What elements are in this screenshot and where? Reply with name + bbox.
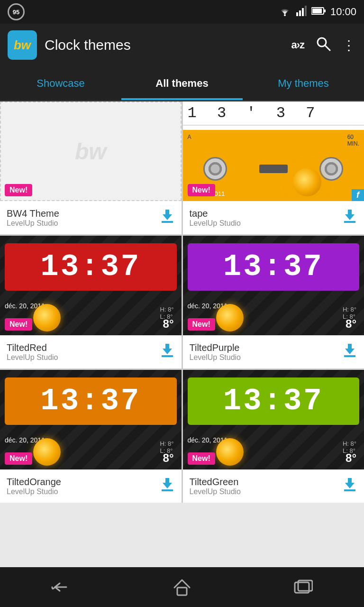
theme-preview-tape: 1 3 ' 3 7 A60MIN. déc. 20, 2011 [183, 101, 364, 201]
download-button-tilted-green[interactable] [342, 477, 357, 496]
clock-sun-purple [216, 304, 244, 331]
svg-point-0 [284, 14, 286, 16]
clock-sun-green [216, 438, 244, 466]
new-badge-tilted-orange: New! [5, 452, 32, 465]
sort-az-button[interactable]: a›z [291, 39, 304, 51]
clock-display-orange: 13:37 [5, 377, 177, 425]
tab-indicator [121, 98, 243, 100]
search-button[interactable] [316, 36, 331, 55]
recents-button[interactable] [284, 573, 322, 601]
clock-temp-purple: 8° [346, 317, 356, 331]
svg-rect-1 [296, 12, 298, 16]
download-button-tilted-purple[interactable] [342, 343, 357, 361]
battery-level: 95 [8, 3, 25, 20]
download-button-tape[interactable] [342, 209, 357, 227]
theme-name-tilted-purple: TiltedPurple [190, 342, 343, 353]
tape-numbers: 1 3 ' 3 7 [183, 101, 364, 126]
theme-card-tilted-red[interactable]: 13:37 déc. 20, 2011 H: 8°L: 8° 8° New! T… [0, 236, 182, 368]
app-logo: bw [8, 30, 37, 60]
svg-rect-22 [177, 588, 187, 595]
clock-sun-red [33, 304, 61, 331]
svg-rect-21 [344, 489, 355, 491]
themes-grid-container: bw New! BW4 Theme LevelUp Studio [0, 101, 364, 567]
theme-preview-tilted-orange: 13:37 déc. 20, 2011 H: 8°L: 8° 8° New! [0, 370, 182, 469]
svg-marker-12 [345, 210, 355, 220]
theme-card-bw4[interactable]: bw New! BW4 Theme LevelUp Studio [0, 101, 182, 234]
new-badge-tape: New! [188, 184, 215, 196]
theme-info-tilted-purple: TiltedPurple LevelUp Studio [183, 335, 364, 368]
signal-icon [296, 6, 307, 18]
theme-preview-tilted-green: 13:37 déc. 20, 2011 H: 8°L: 8° 8° New! [183, 370, 364, 469]
clock-display-red: 13:37 [5, 243, 177, 291]
theme-author-tilted-green: LevelUp Studio [190, 487, 343, 496]
theme-card-tilted-purple[interactable]: 13:37 déc. 20, 2011 H: 8°L: 8° 8° New! T… [183, 236, 364, 368]
theme-author-tilted-red: LevelUp Studio [7, 353, 160, 362]
theme-info-tilted-red: TiltedRed LevelUp Studio [0, 335, 182, 368]
new-badge-bw4: New! [5, 184, 32, 196]
status-right: 10:00 [278, 6, 356, 18]
tabs: Showcase All themes My themes [0, 66, 364, 101]
theme-preview-tilted-red: 13:37 déc. 20, 2011 H: 8°L: 8° 8° New! [0, 236, 182, 335]
theme-info-tape: tape LevelUp Studio [183, 201, 364, 234]
svg-rect-11 [162, 221, 173, 223]
theme-name-bw4: BW4 Theme [7, 208, 160, 219]
new-badge-tilted-red: New! [5, 318, 32, 331]
svg-rect-7 [324, 9, 326, 12]
tab-all-themes[interactable]: All themes [121, 66, 243, 100]
svg-rect-17 [344, 355, 355, 357]
clock-display-green: 13:37 [188, 377, 360, 425]
theme-card-tilted-orange[interactable]: 13:37 déc. 20, 2011 H: 8°L: 8° 8° New! T… [0, 370, 182, 503]
download-button-tilted-red[interactable] [160, 343, 175, 361]
wifi-icon [278, 6, 291, 18]
clock-temp-orange: 8° [163, 451, 174, 465]
home-button[interactable] [163, 573, 201, 601]
tape-f-badge: f [352, 189, 364, 201]
app-bar-actions: a›z ⋮ [291, 36, 356, 55]
theme-preview-tilted-purple: 13:37 déc. 20, 2011 H: 8°L: 8° 8° New! [183, 236, 364, 335]
svg-rect-15 [162, 355, 173, 357]
bw4-logo-placeholder: bw [75, 138, 107, 165]
status-time: 10:00 [330, 6, 356, 18]
battery-icon [311, 7, 326, 17]
theme-name-tilted-red: TiltedRed [7, 342, 160, 353]
svg-marker-16 [345, 344, 355, 354]
tab-my-themes[interactable]: My themes [243, 66, 364, 100]
svg-marker-18 [163, 478, 172, 488]
theme-author-bw4: LevelUp Studio [7, 219, 160, 228]
new-badge-tilted-purple: New! [188, 318, 215, 331]
app-bar: bw Clock themes a›z ⋮ [0, 24, 364, 66]
theme-info-tilted-orange: TiltedOrange LevelUp Studio [0, 469, 182, 503]
status-bar: 95 1 [0, 0, 364, 24]
tape-sun-ball [293, 168, 321, 196]
clock-display-purple: 13:37 [188, 243, 360, 291]
svg-rect-3 [302, 8, 304, 16]
bottom-nav [0, 567, 364, 607]
svg-rect-4 [305, 6, 307, 16]
clock-temp-red: 8° [163, 317, 174, 331]
theme-name-tilted-orange: TiltedOrange [7, 477, 160, 487]
theme-card-tape[interactable]: 1 3 ' 3 7 A60MIN. déc. 20, 2011 [183, 101, 364, 234]
svg-rect-13 [344, 221, 355, 223]
back-button[interactable] [42, 573, 80, 601]
clock-temp-green: 8° [346, 451, 356, 465]
overflow-menu-button[interactable]: ⋮ [342, 37, 356, 53]
theme-author-tilted-purple: LevelUp Studio [190, 353, 343, 362]
download-button-bw4[interactable] [160, 209, 175, 227]
download-button-tilted-orange[interactable] [160, 477, 175, 496]
theme-card-tilted-green[interactable]: 13:37 déc. 20, 2011 H: 8°L: 8° 8° New! T… [183, 370, 364, 503]
svg-marker-20 [345, 478, 355, 488]
app-logo-text: bw [14, 38, 31, 53]
theme-info-tilted-green: TiltedGreen LevelUp Studio [183, 469, 364, 503]
svg-rect-19 [162, 489, 173, 491]
status-left: 95 [8, 3, 25, 20]
new-badge-tilted-green: New! [188, 452, 215, 465]
clock-sun-orange [33, 438, 61, 466]
themes-grid: bw New! BW4 Theme LevelUp Studio [0, 101, 364, 503]
svg-marker-14 [163, 344, 172, 354]
theme-name-tape: tape [190, 208, 343, 219]
tab-showcase[interactable]: Showcase [0, 66, 121, 100]
theme-author-tape: LevelUp Studio [190, 219, 343, 228]
app-title: Clock themes [45, 37, 283, 53]
theme-preview-bw4: bw New! [0, 101, 182, 201]
svg-rect-6 [312, 9, 322, 13]
